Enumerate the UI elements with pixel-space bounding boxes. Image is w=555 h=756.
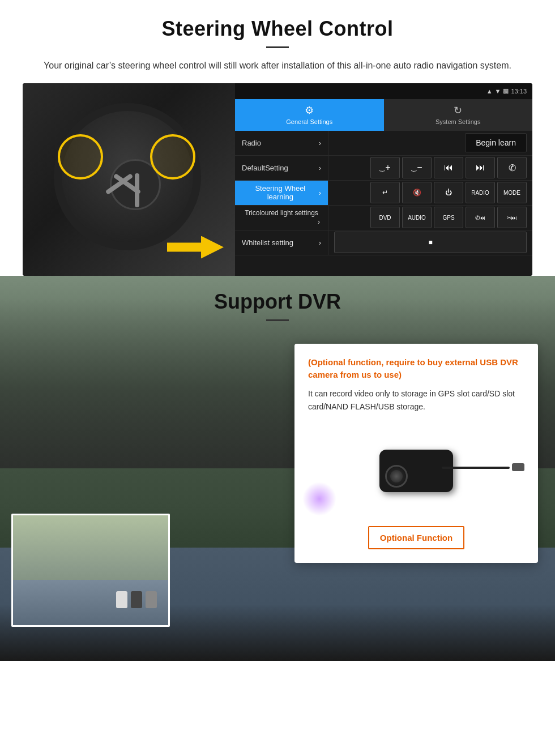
- begin-learn-button[interactable]: Begin learn: [465, 133, 527, 152]
- steering-title: Steering Wheel Control: [23, 17, 532, 41]
- menu-label-steering: Steering Wheel learning ›: [235, 181, 328, 205]
- wifi-icon: ▼: [495, 88, 501, 95]
- menu-row-whitelist[interactable]: Whitelist setting › ■: [235, 230, 532, 255]
- highlight-circle-right: [150, 134, 195, 180]
- menu-list: Radio › Begin learn DefaultSetting ›: [235, 131, 532, 276]
- whitelist-content: ■: [328, 232, 532, 253]
- dvr-title: Support DVR: [0, 290, 555, 314]
- ctrl-btn-mode[interactable]: MODE: [497, 182, 527, 203]
- ctrl-btn-scissors-next[interactable]: ✂⏭: [497, 207, 527, 228]
- dvr-camera-image: [308, 425, 524, 516]
- tab-system[interactable]: ↻ System Settings: [384, 99, 533, 131]
- dvr-title-divider: [266, 319, 289, 321]
- ctrl-btn-next[interactable]: ⏭: [466, 157, 495, 178]
- ctrl-btn-gps[interactable]: GPS: [434, 207, 463, 228]
- steering-subtitle: Your original car’s steering wheel contr…: [34, 58, 521, 73]
- optional-function-button[interactable]: Optional Function: [368, 526, 464, 549]
- camera-glow: [302, 482, 336, 516]
- dvr-section: Support DVR (Optional function, require …: [0, 276, 555, 661]
- ctrl-btn-back[interactable]: ↵: [370, 182, 400, 203]
- usb-plug: [512, 463, 524, 471]
- chevron-right-icon-5: ›: [319, 238, 321, 247]
- dvr-background: Support DVR (Optional function, require …: [0, 276, 555, 661]
- ctrl-btn-vol-down[interactable]: ⏟−: [402, 157, 432, 178]
- dvr-title-area: Support DVR: [0, 276, 555, 321]
- tab-system-label: System Settings: [436, 118, 480, 125]
- whitelist-label: Whitelist setting: [242, 238, 293, 247]
- ctrl-btn-power[interactable]: ⏻: [434, 182, 463, 203]
- menu-label-tricoloured: Tricoloured light settings ›: [235, 206, 328, 230]
- system-icon: ↻: [454, 104, 462, 117]
- tab-general-label: General Settings: [286, 118, 332, 125]
- mini-car-3: [146, 591, 157, 608]
- ctrl-btn-phone-prev[interactable]: ✆⏮: [466, 207, 495, 228]
- menu-row-tricoloured[interactable]: Tricoloured light settings › DVD AUDIO G…: [235, 206, 532, 230]
- camera-lens-inner: [390, 470, 403, 482]
- camera-cord: [442, 467, 510, 469]
- arrow-body: [167, 236, 224, 259]
- steering-wheel-photo: [23, 83, 235, 276]
- steering-section: Steering Wheel Control Your original car…: [0, 0, 555, 276]
- gear-icon: ⚙: [305, 104, 314, 117]
- ctrl-btn-vol-up[interactable]: ⏟+: [370, 157, 400, 178]
- ctrl-btn-radio[interactable]: RADIO: [466, 182, 495, 203]
- highlight-circle-left: [58, 134, 103, 180]
- menu-label-default: DefaultSetting ›: [235, 156, 328, 180]
- ctrl-btn-phone[interactable]: ✆: [497, 157, 527, 178]
- menu-row-radio[interactable]: Radio › Begin learn: [235, 131, 532, 156]
- android-ui-panel: ▲ ▼ ▩ 13:13 ⚙ General Settings ↻ System …: [235, 83, 532, 276]
- menu-row-steering[interactable]: Steering Wheel learning › ↵ 🔇 ⏻ RADIO MO…: [235, 181, 532, 206]
- camera-body: [379, 450, 453, 492]
- menu-label-radio: Radio ›: [235, 131, 328, 155]
- steering-demo: ▲ ▼ ▩ 13:13 ⚙ General Settings ↻ System …: [23, 83, 532, 276]
- signal-icon: ▩: [503, 87, 509, 95]
- chevron-right-icon: ›: [319, 139, 321, 147]
- radio-content: Begin learn: [328, 133, 532, 152]
- dvr-optional-text: (Optional function, require to buy exter…: [308, 356, 524, 382]
- android-tabs: ⚙ General Settings ↻ System Settings: [235, 99, 532, 131]
- mini-car-2: [131, 591, 142, 608]
- location-icon: ▲: [486, 88, 493, 95]
- status-icons: ▲ ▼ ▩ 13:13: [486, 87, 527, 95]
- title-divider: [266, 46, 289, 48]
- tab-general[interactable]: ⚙ General Settings: [235, 99, 384, 131]
- menu-label-whitelist: Whitelist setting ›: [235, 230, 328, 255]
- android-statusbar: ▲ ▼ ▩ 13:13: [235, 83, 532, 99]
- ctrl-btn-dvd[interactable]: DVD: [370, 207, 400, 228]
- ctrl-btn-mute[interactable]: 🔇: [402, 182, 432, 203]
- mini-car-1: [116, 591, 127, 608]
- tricoloured-content: DVD AUDIO GPS ✆⏮ ✂⏭: [328, 207, 532, 228]
- default-label: DefaultSetting: [242, 164, 288, 172]
- ctrl-btn-audio[interactable]: AUDIO: [402, 207, 432, 228]
- menu-row-default[interactable]: DefaultSetting › ⏟+ ⏟− ⏮ ⏭ ✆: [235, 156, 532, 181]
- default-content: ⏟+ ⏟− ⏮ ⏭ ✆: [328, 157, 532, 178]
- chevron-right-icon-4: ›: [318, 218, 320, 226]
- screenshot-cars: [116, 591, 157, 608]
- chevron-right-icon-2: ›: [319, 164, 321, 172]
- dvr-screenshot-preview: [11, 514, 170, 627]
- steering-content: ↵ 🔇 ⏻ RADIO MODE: [328, 182, 532, 203]
- steering-label: Steering Wheel learning: [242, 184, 319, 201]
- dvr-description: It can record video only to storage in G…: [308, 387, 524, 415]
- dvr-info-card: (Optional function, require to buy exter…: [294, 344, 538, 563]
- camera-lens: [385, 465, 408, 488]
- ctrl-btn-record[interactable]: ■: [334, 232, 527, 253]
- radio-label: Radio: [242, 139, 261, 147]
- chevron-right-icon-3: ›: [319, 189, 321, 197]
- tricoloured-label: Tricoloured light settings: [245, 209, 318, 218]
- ctrl-btn-prev[interactable]: ⏮: [434, 157, 463, 178]
- clock: 13:13: [511, 88, 527, 95]
